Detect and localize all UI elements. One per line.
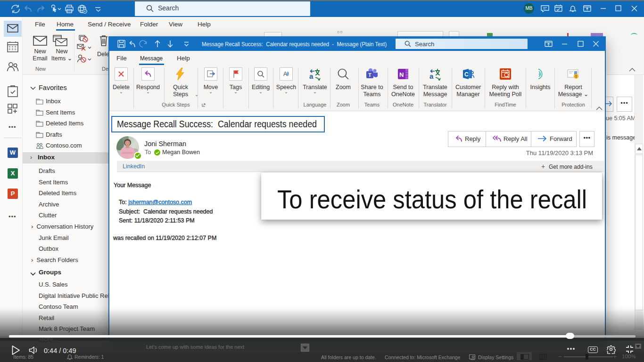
svg-text:a: a: [429, 72, 434, 80]
svg-text:A: A: [283, 71, 287, 77]
svg-text:N: N: [399, 71, 404, 78]
svg-text:C: C: [464, 71, 469, 78]
svg-text:a: a: [309, 72, 314, 80]
svg-text:T: T: [368, 72, 372, 78]
